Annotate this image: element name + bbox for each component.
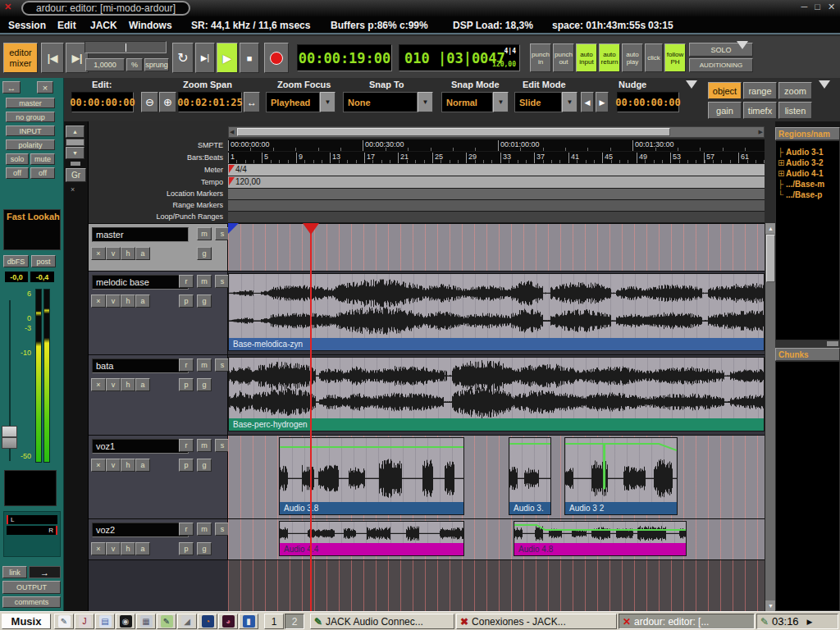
tray-pen-icon[interactable]: ✎: [760, 616, 769, 628]
mouse-mode-gain[interactable]: gain: [708, 102, 742, 119]
chevron-down-icon[interactable]: ▼: [320, 92, 336, 112]
track-mini-button-3[interactable]: a: [135, 542, 150, 555]
strip-close-icon[interactable]: ×: [37, 81, 53, 94]
track-p-button[interactable]: p: [179, 294, 194, 308]
toolbar-expander-icon[interactable]: [686, 80, 697, 89]
track-mini-button-1[interactable]: v: [106, 542, 121, 555]
chunks-header[interactable]: Chunks: [775, 348, 840, 361]
monitor-button[interactable]: off: [30, 167, 55, 179]
region-name-bar[interactable]: Base-perc-hydrogen: [229, 418, 764, 431]
scroll-down-icon[interactable]: ▼: [66, 147, 84, 159]
panel-splitter-handle[interactable]: [827, 341, 838, 346]
strip-width-icon[interactable]: ↔: [2, 81, 21, 94]
track-g-button[interactable]: g: [197, 247, 212, 260]
mute-button[interactable]: mute: [30, 153, 55, 165]
region-name-bar[interactable]: Base-melodica-zyn: [229, 338, 764, 350]
meter-scale-button[interactable]: dbFS: [3, 255, 29, 267]
launcher-mixer-icon[interactable]: ◢: [177, 614, 197, 629]
record-button[interactable]: [264, 43, 289, 73]
launcher-mail-icon[interactable]: ▤: [95, 614, 115, 629]
zoom-fit-button[interactable]: ↔: [244, 92, 260, 112]
playhead-marker[interactable]: [303, 223, 319, 235]
zoom-focus-select[interactable]: Playhead ▼: [266, 92, 336, 112]
snap-to-select[interactable]: None ▼: [343, 92, 433, 112]
range-markers-ruler[interactable]: [228, 200, 765, 212]
nudge-back-button[interactable]: ◀: [581, 92, 594, 112]
fader-handle[interactable]: [2, 426, 17, 449]
track-m-button[interactable]: m: [197, 275, 212, 288]
toggle-punch-in[interactable]: punch in: [530, 43, 551, 72]
track-header[interactable]: melodic basermspg×vha: [89, 272, 228, 354]
bars-ruler[interactable]: 15913172125293337414549535761: [228, 152, 765, 164]
loop-punch-ruler[interactable]: [228, 212, 765, 223]
track-m-button[interactable]: m: [197, 227, 212, 240]
region-name-bar[interactable]: Audio 4.4: [280, 543, 463, 555]
toggle-punch-out[interactable]: punch out: [553, 43, 574, 72]
toggle-auto-play[interactable]: auto play: [622, 43, 643, 72]
ruler-label[interactable]: Loop/Punch Ranges: [89, 212, 223, 221]
mouse-mode-range[interactable]: range: [743, 82, 777, 99]
ruler-label[interactable]: Bars:Beats: [89, 153, 223, 162]
nudge-forward-button[interactable]: ▶: [596, 92, 609, 112]
vscroll-thumb[interactable]: [766, 235, 775, 282]
play-range-button[interactable]: ▶|: [195, 43, 215, 73]
meter-point-button[interactable]: post: [31, 255, 56, 267]
track-g-button[interactable]: g: [197, 542, 212, 555]
menu-item-session[interactable]: Session: [8, 20, 46, 31]
audio-region[interactable]: Audio 4.8: [514, 521, 687, 556]
shuttle-control[interactable]: [84, 41, 167, 53]
mouse-mode-timefx[interactable]: timefx: [743, 102, 777, 119]
mouse-mode-object[interactable]: object: [708, 82, 742, 99]
track-m-button[interactable]: m: [197, 523, 212, 536]
region-list-item[interactable]: ⊞Audio 4-1: [776, 169, 839, 180]
launcher-window-icon[interactable]: ▦: [136, 614, 156, 629]
track-header[interactable]: mastermsg×vha: [89, 224, 228, 271]
track-header[interactable]: voz2rmspg×vha: [89, 519, 228, 559]
track-mini-button-2[interactable]: h: [121, 378, 135, 391]
goto-start-button[interactable]: |◀: [41, 43, 64, 73]
audio-region[interactable]: Audio 3.: [509, 437, 551, 515]
scroll-up-icon[interactable]: ▲: [66, 126, 84, 138]
region-list-label[interactable]: .../Base-p: [786, 190, 822, 199]
zoom-in-button[interactable]: ⊕: [159, 92, 176, 112]
timecode-clock[interactable]: 00:00:19:00: [297, 44, 392, 71]
launcher-jack-icon[interactable]: J: [75, 614, 94, 629]
group-close-icon[interactable]: ×: [71, 185, 75, 194]
pan-link-button[interactable]: link: [2, 566, 27, 578]
region-name-bar[interactable]: Audio 3 2: [565, 502, 677, 514]
track-name[interactable]: voz2: [92, 523, 189, 537]
hscroll-thumb[interactable]: [237, 128, 670, 136]
ruler-label[interactable]: Range Markers: [89, 201, 223, 209]
tree-node-icon[interactable]: ⊞: [778, 158, 786, 167]
pan-link-direction-icon[interactable]: →: [29, 566, 61, 578]
tree-node-icon[interactable]: ├: [778, 148, 786, 157]
panner[interactable]: L R: [3, 511, 61, 557]
track-p-button[interactable]: p: [179, 542, 194, 555]
track-mini-button-2[interactable]: h: [121, 542, 135, 555]
ruler-label[interactable]: SMPTE: [89, 141, 223, 149]
task-button[interactable]: ✎JACK Audio Connec...: [310, 614, 454, 629]
zoom-span-clock[interactable]: 00:02:01:25: [178, 92, 242, 112]
transport-expander-icon[interactable]: [737, 41, 748, 49]
track-mini-button-3[interactable]: a: [135, 294, 150, 308]
track-m-button[interactable]: m: [197, 439, 212, 452]
track-p-button[interactable]: p: [179, 378, 194, 391]
tree-node-icon[interactable]: └: [778, 190, 786, 199]
edit-clock[interactable]: 00:00:00:00: [71, 92, 134, 112]
audio-region[interactable]: Audio 3.8: [279, 437, 464, 515]
track-mini-button-0[interactable]: ×: [91, 542, 106, 555]
track-mini-button-3[interactable]: a: [135, 459, 150, 472]
tray-clock[interactable]: 03:16: [772, 615, 799, 628]
location-markers-ruler[interactable]: [228, 189, 765, 200]
route-button-no-group[interactable]: no group: [6, 112, 55, 122]
tempo-ruler[interactable]: 120,00: [228, 176, 765, 189]
launcher-firefox-icon[interactable]: ◔: [198, 614, 217, 629]
region-list-item[interactable]: ├Audio 3-1: [776, 148, 839, 158]
task-button[interactable]: ✕ardour: editor: [...: [619, 614, 755, 629]
track-g-button[interactable]: g: [197, 459, 212, 472]
track-lane[interactable]: Base-melodica-zyn: [228, 272, 765, 355]
track-lane[interactable]: Base-perc-hydrogen: [228, 355, 765, 436]
track-p-button[interactable]: p: [179, 459, 194, 472]
menu-item-edit[interactable]: Edit: [57, 20, 76, 31]
track-mini-button-1[interactable]: v: [106, 459, 121, 472]
